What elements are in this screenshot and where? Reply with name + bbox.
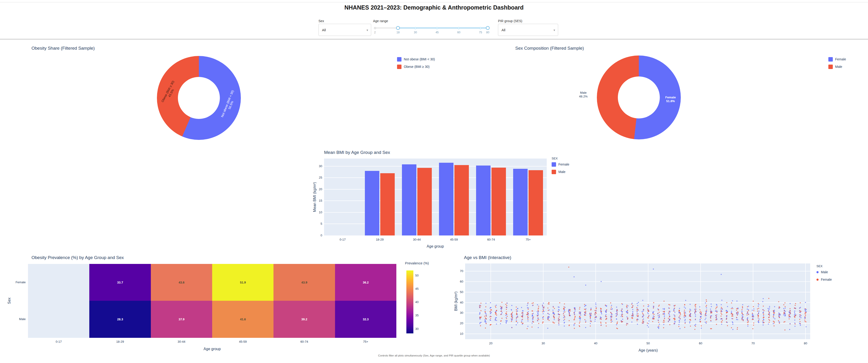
heatmap-cell-male-60-74[interactable]: 39.2 [274, 301, 335, 338]
bar-male-18-29[interactable] [380, 173, 395, 236]
legend-marker [828, 65, 833, 69]
bar-legend-item-0[interactable]: Female [552, 161, 569, 168]
bar-ytick: 30 [315, 164, 322, 168]
bar-ytick: 20 [315, 187, 322, 191]
heatmap-cell-male-30-44[interactable]: 37.9 [151, 301, 212, 338]
obesity-share-legend-label-0: Not obese (BMI < 30) [404, 57, 435, 61]
heatmap-cell-female-75+[interactable]: 36.2 [335, 264, 397, 301]
bar-female-75+[interactable] [513, 169, 528, 236]
scatter-legend-item-1[interactable]: Female [816, 276, 832, 283]
scatter-ytick: 50 [456, 290, 463, 294]
bar-xtick: 45-59 [440, 238, 468, 241]
heatmap-cell-female-30-44[interactable]: 43.6 [151, 264, 212, 301]
sex-composition-donut-hole [618, 77, 660, 118]
bar-legend: SEXFemaleMale [552, 157, 569, 176]
scatter-xtick: 70 [748, 341, 758, 345]
obesity-share-legend-item-1[interactable]: Obese (BMI ≥ 30) [397, 63, 435, 70]
sex-composition-donut-slice-name-0: Female [665, 96, 676, 99]
scatter-legend-title: SEX [816, 264, 832, 268]
bar-legend-label-0: Female [558, 162, 569, 166]
heatmap-cell-male-0-17[interactable] [28, 301, 90, 338]
colorbar-tick: 30 [415, 327, 418, 331]
legend-marker [397, 57, 401, 62]
bar-xtick: 30-44 [403, 238, 431, 241]
sex-composition-donut-slice-pct-0: 51.8% [665, 99, 676, 103]
heatmap-cell-female-18-29[interactable]: 33.7 [89, 264, 151, 301]
obesity-share-legend-item-0[interactable]: Not obese (BMI < 30) [397, 56, 435, 63]
colorbar-tick: 35 [415, 313, 418, 317]
sex-composition-donut-slice-label-1: Male48.2% [579, 91, 588, 98]
colorbar-tick: 40 [415, 300, 418, 304]
scatter-xtick: 30 [538, 341, 548, 345]
scatter-ytick: 70 [456, 269, 463, 273]
scatter-xtick: 80 [801, 341, 810, 345]
legend-marker [816, 271, 818, 273]
bar-male-60-74[interactable] [492, 168, 506, 236]
scatter-legend-label-0: Male [821, 270, 828, 274]
sex-composition-donut-slice-name-1: Male [579, 91, 588, 95]
heatmap-xtick: 18-29 [106, 340, 134, 343]
colorbar-tick: 50 [415, 274, 418, 277]
scatter-legend-item-0[interactable]: Male [816, 268, 832, 276]
bar-legend-title: SEX [552, 157, 569, 160]
colorbar [406, 270, 413, 333]
bar-ytick: 10 [315, 211, 322, 214]
sex-composition-donut-slice-pct-1: 48.2% [579, 95, 588, 98]
bar-xtick: 0-17 [329, 238, 357, 241]
bar-legend-item-1[interactable]: Male [552, 168, 569, 176]
sex-composition-legend-item-0[interactable]: Female [828, 56, 846, 63]
bar-male-30-44[interactable] [417, 168, 432, 236]
scatter-xtick: 60 [696, 341, 705, 345]
colorbar-tick: 45 [415, 287, 418, 291]
scatter-ytick: 60 [456, 280, 463, 283]
sex-composition-legend-label-1: Male [835, 65, 842, 68]
heatmap-xtick: 30-44 [167, 340, 195, 343]
gridline [324, 166, 547, 167]
obesity-share-legend: Not obese (BMI < 30)Obese (BMI ≥ 30) [397, 56, 435, 70]
bar-xtick: 60-74 [477, 238, 505, 241]
bar-female-30-44[interactable] [402, 164, 416, 236]
bar-male-75+[interactable] [529, 170, 543, 236]
heatmap-cell-male-45-59[interactable]: 41.6 [212, 301, 274, 338]
sex-composition-legend: FemaleMale [828, 56, 846, 70]
legend-marker [552, 170, 556, 174]
bar-female-45-59[interactable] [439, 163, 454, 236]
scatter-xtick: 50 [644, 341, 653, 345]
scatter-points[interactable] [465, 264, 810, 339]
scatter-ytick: 40 [456, 301, 463, 304]
heatmap-xtick: 0-17 [45, 340, 73, 343]
bar-female-18-29[interactable] [365, 171, 379, 236]
heatmap-cell-male-75+[interactable]: 32.3 [335, 301, 397, 338]
heatmap-xtick: 45-59 [229, 340, 257, 343]
bar-ytick: 25 [315, 176, 322, 179]
sex-composition-donut-slice-label-0: Female51.8% [665, 96, 676, 103]
bar-ytick: 15 [315, 199, 322, 202]
sex-composition-legend-label-0: Female [835, 57, 846, 61]
scatter-legend-label-1: Female [821, 278, 832, 281]
footer-note: Controls filter all plots simultaneously… [378, 354, 490, 357]
bar-male-45-59[interactable] [455, 165, 469, 236]
charts-layer: Not obese (BMI < 30)56.5%Obese (BMI ≥ 30… [0, 0, 868, 363]
bar-female-60-74[interactable] [476, 165, 491, 236]
obesity-share-donut-hole [178, 77, 220, 119]
legend-marker [397, 65, 401, 69]
legend-marker [816, 279, 818, 281]
heatmap-xtick: 60-74 [290, 340, 318, 343]
sex-composition-legend-item-1[interactable]: Male [828, 63, 846, 70]
scatter-xtick: 20 [486, 341, 495, 345]
legend-marker [552, 162, 556, 167]
obesity-share-legend-label-1: Obese (BMI ≥ 30) [404, 65, 430, 68]
heatmap-xtick: 75+ [351, 340, 379, 343]
heatmap-cell-male-18-29[interactable]: 28.3 [89, 301, 151, 338]
heatmap-ytick: Female [2, 280, 26, 284]
bar-ytick: 0 [315, 234, 322, 237]
heatmap-cell-female-45-59[interactable]: 51.9 [212, 264, 274, 301]
legend-marker [828, 57, 833, 62]
scatter-ytick: 10 [456, 332, 463, 335]
bar-legend-label-1: Male [558, 170, 565, 174]
scatter-ytick: 20 [456, 322, 463, 325]
scatter-xtick: 40 [591, 341, 600, 345]
heatmap-ytick: Male [2, 317, 26, 321]
heatmap-cell-female-60-74[interactable]: 43.9 [274, 264, 335, 301]
heatmap-cell-female-0-17[interactable] [28, 264, 90, 301]
